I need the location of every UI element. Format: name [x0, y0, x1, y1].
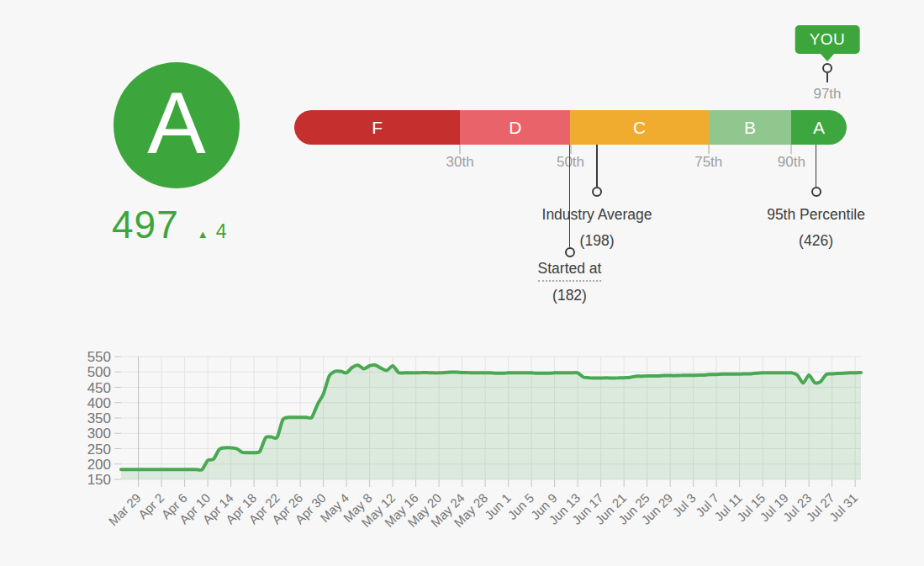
grade-bar-segment-label: C [633, 118, 646, 138]
x-axis-label: Jul 3 [669, 490, 698, 519]
grade-bar-segment-a: A [791, 110, 847, 145]
you-pin-circle-icon [822, 63, 832, 73]
y-axis-label: 500 [87, 364, 111, 380]
grade-bar-segment-c: C [570, 110, 708, 145]
you-badge[interactable]: YOU [795, 25, 860, 54]
you-pin-stem [826, 73, 828, 82]
annotation-line [569, 145, 571, 247]
annotation-circle-icon [592, 187, 602, 197]
annotation-line [596, 145, 598, 187]
bar-tick-stub-30th [459, 145, 461, 154]
y-axis-label: 450 [87, 380, 111, 396]
annotation-circle-icon [811, 187, 821, 197]
bar-tick-label-75th: 75th [694, 154, 722, 171]
score-value: 497 [112, 202, 179, 247]
annotation-title[interactable]: Started at [538, 260, 602, 282]
y-axis-label: 350 [87, 410, 111, 426]
grade-bar-segment-label: A [813, 118, 825, 138]
annotation-title: Industry Average [542, 206, 652, 224]
grade-circle: A [114, 62, 240, 188]
scorecard-dashboard: A 497 ▲ 4 YOU 97th FDCBA 30th50th75th90t… [0, 0, 924, 566]
y-axis-label: 150 [87, 472, 111, 488]
grade-bar-segment-d: D [460, 110, 570, 145]
bar-tick-label-30th: 30th [446, 154, 474, 171]
grade-bar-segment-f: F [294, 110, 460, 145]
grade-bar-segment-label: F [372, 118, 383, 138]
annotation-line [816, 145, 817, 187]
score-delta: 4 [216, 220, 227, 243]
you-percentile-label: 97th [813, 86, 841, 103]
chart-area-fill [121, 365, 861, 479]
bar-tick-label-50th: 50th [557, 154, 584, 171]
bar-tick-stub-75th [708, 145, 710, 154]
grade-bar-segment-label: D [509, 118, 521, 138]
you-badge-arrow-icon [821, 54, 834, 61]
bar-tick-stub-90th [790, 145, 792, 154]
y-axis-label: 400 [87, 395, 111, 411]
x-axis-label: Jun 5 [504, 490, 536, 522]
y-axis-label: 550 [87, 349, 111, 365]
grade-bar-segment-b: B [709, 110, 792, 145]
y-axis-label: 300 [87, 426, 111, 442]
grade-bar-segment-label: B [744, 118, 756, 138]
score-trend-chart[interactable]: 150200250300350400450500550Mar 29Apr 2Ap… [0, 343, 924, 566]
annotation-title: 95th Percentile [767, 206, 865, 224]
y-axis-label: 200 [87, 457, 111, 473]
x-axis-label: Jun 1 [482, 490, 514, 522]
x-axis-label: Apr 2 [135, 490, 166, 521]
score-row: 497 ▲ 4 [112, 202, 226, 247]
annotation-value: (426) [799, 232, 833, 250]
bar-tick-label-90th: 90th [778, 154, 805, 171]
y-axis-label: 250 [87, 442, 111, 458]
annotation-value: (198) [580, 232, 615, 250]
grade-bar: FDCBA [294, 110, 847, 145]
delta-up-icon: ▲ [198, 228, 209, 241]
grade-letter: A [147, 79, 205, 167]
annotation-circle-icon [565, 247, 575, 257]
annotation-value: (182) [552, 287, 587, 304]
